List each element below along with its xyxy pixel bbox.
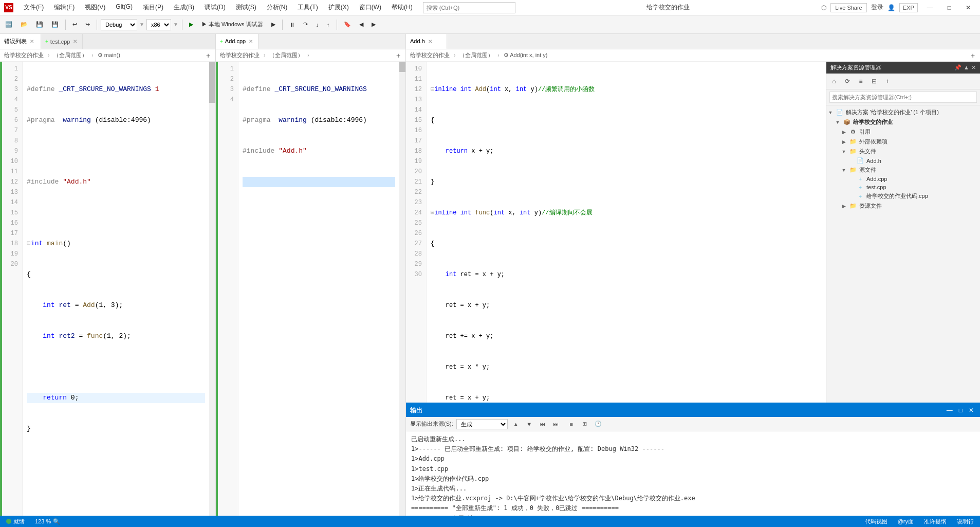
output-up-btn[interactable]: ▲ [511,419,521,429]
pane3-code-lines[interactable]: ⊟inline int Add(int x, int y)//频繁调用的小函数 … [427,62,826,403]
status-ready[interactable]: 就绪 [4,518,27,525]
close-test-cpp[interactable]: ✕ [72,39,78,44]
pane2-code[interactable]: 1234 #define _CRT_SRCURE_NO_WARNINGS #pr… [216,62,405,516]
tree-add-cpp[interactable]: ▶ + Add.cpp [826,175,980,183]
save-all-btn[interactable]: 💾 [48,19,62,30]
menu-file[interactable]: 文件(F) [20,2,48,13]
bc3-scope[interactable]: （全局范围） [457,51,495,60]
tree-resources[interactable]: ▶ 📁 资源文件 [826,201,980,211]
menu-window[interactable]: 窗口(W) [355,2,385,13]
prev-bookmark-btn[interactable]: ◀ [356,19,366,30]
step-over-btn[interactable]: ↷ [300,19,311,30]
redo-btn[interactable]: ↪ [82,19,93,30]
break-btn[interactable]: ⏸ [286,20,298,30]
status-desc[interactable]: 说明行 [955,518,976,525]
pane1-scrollbar[interactable] [209,62,215,516]
output-last-btn[interactable]: ⏭ [551,419,561,429]
tree-headers[interactable]: ▼ 📁 头文件 [826,147,980,156]
tree-external-deps[interactable]: ▶ 📁 外部依赖项 [826,137,980,147]
output-source-select[interactable]: 生成 调试 [456,419,508,429]
sidebar-close-btn[interactable]: ✕ [971,64,976,71]
menu-build[interactable]: 生成(B) [170,2,198,13]
pane1-code[interactable]: 12345 678910 1112131415 1617181920 #defi… [0,62,215,516]
pane2-scrollthumb[interactable] [399,62,405,72]
tree-homework-cpp[interactable]: ▶ + 给学校交的作业代码.cpp [826,191,980,201]
menu-tools[interactable]: 工具(T) [293,2,322,13]
exp-label[interactable]: EXP [899,3,918,12]
open-btn[interactable]: 📂 [17,19,31,30]
close-error-list[interactable]: ✕ [29,39,35,44]
status-zoom[interactable]: 123 % 🔍 [33,518,62,525]
bc3-func[interactable]: ⚙ Add(int x, int y) [502,51,550,59]
next-bookmark-btn[interactable]: ▶ [368,19,379,30]
tab-test-cpp[interactable]: + test.cpp ✕ [41,34,83,49]
add-pane2-btn[interactable]: + [393,50,403,61]
step-out-btn[interactable]: ↑ [324,20,333,30]
bookmark-btn[interactable]: 🔖 [341,19,354,30]
tree-add-h[interactable]: ▶ 📄 Add.h [826,156,980,165]
output-close-btn[interactable]: ✕ [967,407,976,414]
pane2-code-lines[interactable]: #define _CRT_SRCURE_NO_WARNINGS #pragma … [238,62,399,516]
add-pane3-btn[interactable]: + [968,50,978,61]
save-btn[interactable]: 💾 [33,19,46,30]
output-content[interactable]: 已启动重新生成... 1>------ 已启动全部重新生成: 项目: 给学校交的… [406,431,980,516]
tab-error-list[interactable]: 错误列表 ✕ [0,34,41,49]
sidebar-home-btn[interactable]: ⌂ [828,76,840,87]
sidebar-pin-btn[interactable]: 📌 [954,64,961,71]
output-time-btn[interactable]: 🕐 [593,419,603,429]
pane1-scrollthumb[interactable] [209,62,215,103]
bc1-func[interactable]: ⚙ main() [96,51,122,59]
sidebar-filter-btn[interactable]: ≡ [855,76,866,87]
pane1-code-lines[interactable]: #define _CRT_SRCURE_NO_WARNINGS 1 #pragm… [23,62,209,516]
status-code-view[interactable]: 代码视图 [863,518,890,525]
undo-btn[interactable]: ↩ [69,19,80,30]
menu-test[interactable]: 测试(S) [232,2,261,13]
sidebar-collapse-btn[interactable]: ⊟ [868,76,880,87]
close-btn[interactable]: ✕ [960,3,976,12]
run-btn[interactable]: ▶ [186,19,196,30]
menu-project[interactable]: 项目(P) [139,2,168,13]
tree-references[interactable]: ▶ ⚙ 引用 [826,127,980,137]
continue-btn[interactable]: ▶ [268,19,279,30]
menu-analyze[interactable]: 分析(N) [263,2,292,13]
output-maximize-btn[interactable]: □ [957,407,965,414]
output-minimize-btn[interactable]: — [945,407,955,414]
sidebar-refresh-btn[interactable]: ⟳ [842,76,853,87]
run-label[interactable]: ▶ 本地 Windows 调试器 [198,19,266,30]
output-first-btn[interactable]: ⏮ [538,419,548,429]
sidebar-search-input[interactable] [829,92,977,103]
close-add-h[interactable]: ✕ [427,39,433,44]
new-project-btn[interactable]: 🆕 [2,19,15,30]
tab-add-cpp[interactable]: + Add.cpp ✕ [216,34,258,49]
bc2-project[interactable]: 给学校交的作业 [218,51,262,60]
liveshare-label[interactable]: Live Share [830,3,867,12]
tree-solution[interactable]: ▼ 📄 解决方案 '给学校交的作业' (1 个项目) [826,107,980,117]
user-login[interactable]: 登录 [871,3,883,12]
menu-edit[interactable]: 编辑(E) [50,2,79,13]
pane2-scrollbar[interactable] [399,62,405,516]
tree-project[interactable]: ▼ 📦 给学校交的作业 [826,117,980,127]
output-wrap-btn[interactable]: ≡ [566,419,577,429]
platform-select[interactable]: x86 x64 [146,19,171,30]
output-down-btn[interactable]: ▼ [524,419,534,429]
menu-view[interactable]: 视图(V) [81,2,109,13]
maximize-btn[interactable]: □ [942,3,956,12]
tab-add-h[interactable]: Add.h ✕ [406,34,447,49]
status-user[interactable]: @ry面 [896,518,916,525]
close-add-cpp[interactable]: ✕ [248,39,254,44]
menu-debug[interactable]: 调试(D) [200,2,230,13]
minimize-btn[interactable]: — [922,3,938,12]
sidebar-expand-btn[interactable]: + [882,76,893,87]
tree-sources[interactable]: ▼ 📁 源文件 [826,165,980,175]
tree-test-cpp[interactable]: ▶ + test.cpp [826,183,980,191]
bc3-project[interactable]: 给学校交的作业 [408,51,452,60]
status-push[interactable]: 准许提纲 [922,518,949,525]
pane3-code[interactable]: 1011121314 1516171819 2021222324 2526272… [406,62,826,403]
menu-help[interactable]: 帮助(H) [387,2,417,13]
output-filter-btn[interactable]: ⊞ [580,419,590,429]
config-select[interactable]: Debug Release [101,19,137,30]
bc2-scope[interactable]: （全局范围） [267,51,305,60]
sidebar-arrow-btn[interactable]: ▲ [964,64,969,71]
menu-extensions[interactable]: 扩展(X) [324,2,353,13]
step-into-btn[interactable]: ↓ [313,20,322,30]
